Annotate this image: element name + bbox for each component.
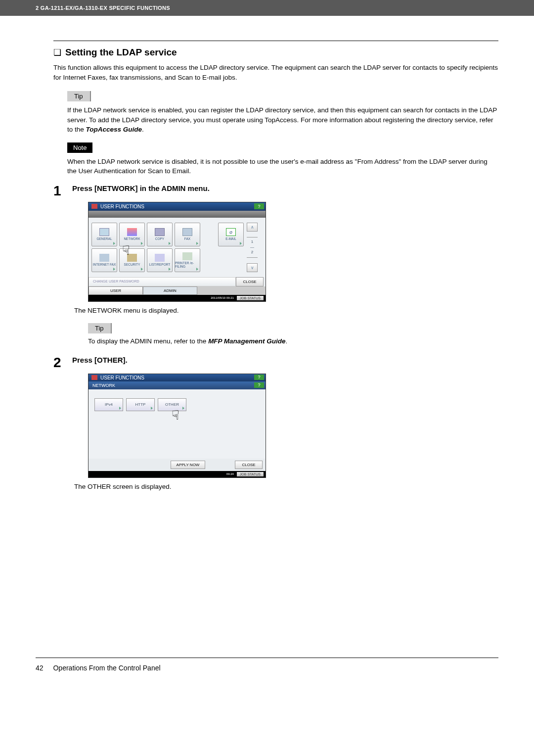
fax-button[interactable]: FAX (175, 223, 200, 246)
pointer-hand-icon: ☟ (172, 408, 179, 423)
page-indicator: 1—2 (247, 237, 258, 257)
pointer-hand-icon: ☟ (122, 243, 130, 258)
home-icon[interactable] (91, 204, 97, 209)
admin-tab[interactable]: ADMIN (143, 286, 197, 295)
tip-label: Tip (88, 323, 112, 333)
apply-now-button[interactable]: APPLY NOW (171, 461, 205, 469)
step-title: Press [OTHER]. (72, 356, 498, 364)
close-button[interactable]: CLOSE (235, 461, 263, 469)
step-number: 2 (53, 356, 65, 370)
scroll-up-icon[interactable]: ∧ (247, 223, 258, 232)
screen1-subbar (89, 211, 266, 218)
step-title: Press [NETWORK] in the ADMIN menu. (72, 184, 498, 192)
note-text: When the LDAP network service is disable… (67, 157, 498, 176)
section-heading: Setting the LDAP service (65, 47, 177, 58)
step-number: 1 (53, 184, 65, 198)
help-icon[interactable]: ? (254, 375, 264, 380)
note-label: Note (67, 142, 92, 153)
footer-text: Operations From the Control Panel (53, 664, 160, 672)
screen2-titlebar: USER FUNCTIONS ? (89, 374, 266, 381)
timestamp: 2011/05/19 09:21 (211, 296, 234, 299)
screen1-title: USER FUNCTIONS (100, 204, 144, 209)
help-icon[interactable]: ? (254, 203, 264, 209)
screen2-subtitle-bar: NETWORK ? (89, 381, 266, 389)
step-2: 2 Press [OTHER]. (53, 356, 498, 370)
tip-label: Tip (67, 91, 91, 101)
tip-text: If the LDAP network service is enabled, … (67, 105, 498, 135)
screenshot-2: USER FUNCTIONS ? NETWORK ? IPv4 HTTP OTH… (88, 374, 498, 478)
section-title: ❏ Setting the LDAP service (53, 47, 498, 58)
close-button[interactable]: CLOSE (236, 277, 264, 286)
section-rule (53, 41, 498, 41)
general-button[interactable]: GENERAL (91, 223, 117, 246)
job-status-button[interactable]: JOB STATUS (237, 472, 264, 476)
home-icon[interactable] (91, 375, 97, 380)
help-icon[interactable]: ? (254, 382, 264, 388)
section-bullet: ❏ (53, 47, 61, 58)
screen1-titlebar: USER FUNCTIONS ? (89, 202, 266, 211)
timestamp: 09:24 (226, 472, 234, 475)
page-header: 2 GA-1211-EX/GA-1310-EX SPECIFIC FUNCTIO… (0, 0, 534, 16)
scroll-down-icon[interactable]: ∨ (247, 263, 258, 272)
step-1: 1 Press [NETWORK] in the ADMIN menu. (53, 184, 498, 198)
step1-tip: To display the ADMIN menu, refer to the … (88, 337, 498, 345)
section-intro: This function allows this equipment to a… (53, 63, 498, 82)
screen2-title: USER FUNCTIONS (100, 375, 144, 380)
step2-after: The OTHER screen is displayed. (74, 483, 498, 490)
list-report-button[interactable]: LIST/REPORT (147, 248, 173, 272)
copy-button[interactable]: COPY (147, 223, 173, 246)
http-button[interactable]: HTTP (126, 398, 155, 411)
job-status-button[interactable]: JOB STATUS (237, 296, 264, 300)
user-tab[interactable]: USER (89, 286, 143, 295)
page-footer: 42 Operations From the Control Panel (0, 658, 534, 687)
header-text: 2 GA-1211-EX/GA-1310-EX SPECIFIC FUNCTIO… (36, 5, 170, 11)
internet-fax-button[interactable]: INTERNET FAX (91, 248, 117, 272)
ipv4-button[interactable]: IPv4 (94, 398, 123, 411)
email-button[interactable]: @E-MAIL (218, 223, 244, 246)
printer-efiling-button[interactable]: PRINTER /e-FILING (175, 248, 200, 272)
step1-after: The NETWORK menu is displayed. (74, 307, 498, 314)
screenshot-1: USER FUNCTIONS ? GENERAL NETWORK COPY FA… (88, 202, 498, 302)
page-number: 42 (36, 664, 44, 672)
change-password-button[interactable]: CHANGE USER PASSWORD (89, 277, 236, 286)
